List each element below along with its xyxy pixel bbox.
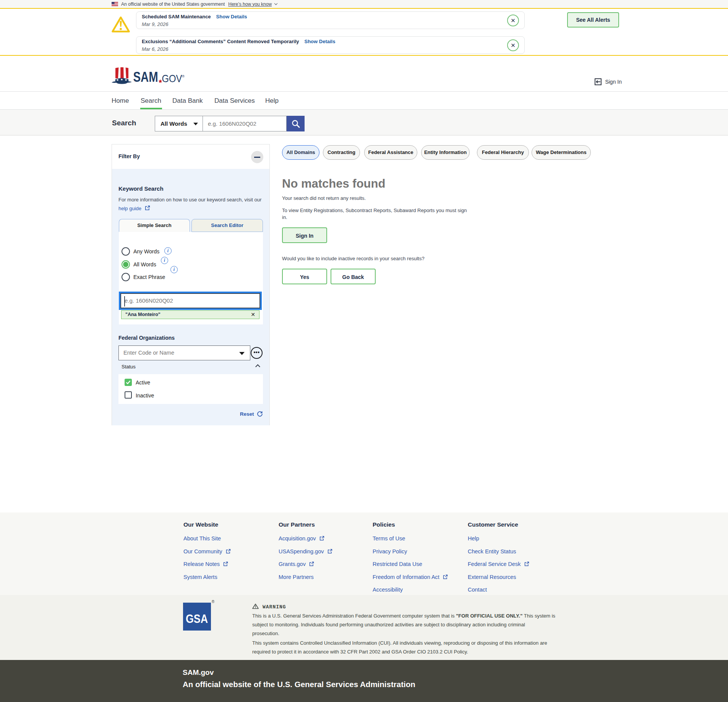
svg-text:®: ®	[182, 74, 185, 78]
svg-text:SAM: SAM	[133, 69, 158, 85]
svg-text:GOV: GOV	[162, 73, 182, 84]
svg-text:GSA: GSA	[186, 612, 208, 626]
